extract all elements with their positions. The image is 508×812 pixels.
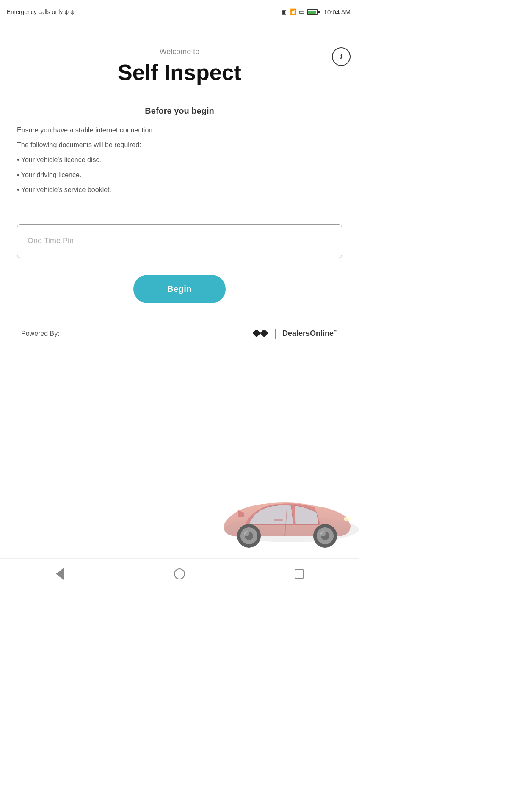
before-begin-section: Before you begin Ensure you have a stabl… [17, 106, 342, 199]
vibrate-icon: ▣ [281, 8, 287, 15]
before-begin-content: Ensure you have a stable internet connec… [17, 124, 342, 195]
svg-point-11 [344, 516, 351, 521]
begin-button[interactable]: Begin [133, 275, 226, 303]
main-content: i Welcome to Self Inspect Before you beg… [0, 22, 359, 339]
sim-icon: ▭ [299, 8, 304, 15]
otp-section [17, 224, 342, 258]
dealers-online-text: DealersOnline™ [282, 329, 338, 338]
bottom-nav [0, 558, 359, 589]
bullet-service-booklet: • Your vehicle's service booklet. [17, 184, 342, 195]
info-button[interactable]: i [332, 47, 351, 66]
diamond-logo-icon [253, 330, 268, 337]
recent-square-icon [295, 569, 304, 579]
bullet-licence-disc: • Your vehicle's licence disc. [17, 154, 342, 165]
app-title: Self Inspect [118, 60, 241, 85]
svg-point-9 [244, 531, 249, 536]
svg-rect-13 [274, 519, 283, 521]
begin-button-container: Begin [17, 275, 342, 303]
car-illustration [147, 470, 359, 555]
back-arrow-icon [56, 568, 64, 580]
nav-recent-button[interactable] [287, 561, 312, 587]
before-begin-title: Before you begin [17, 106, 342, 116]
documents-intro: The following documents will be required… [17, 139, 342, 151]
powered-by-label: Powered By: [21, 330, 60, 337]
otp-input[interactable] [17, 224, 342, 258]
nav-back-button[interactable] [47, 561, 72, 587]
svg-rect-0 [253, 330, 261, 337]
status-left-text: Emergency calls only ψ ψ [7, 8, 75, 15]
wifi-icon: 📶 [289, 8, 296, 15]
powered-by-section: Powered By: DealersOnline™ [17, 329, 342, 339]
nav-home-button[interactable] [167, 561, 192, 587]
home-circle-icon [174, 568, 185, 579]
logo-divider [275, 329, 276, 339]
time-display: 10:04 AM [324, 8, 351, 16]
info-icon: i [340, 52, 342, 61]
bullet-driving-licence: • Your driving licence. [17, 169, 342, 181]
dealers-online-logo: DealersOnline™ [253, 329, 338, 339]
svg-rect-1 [260, 330, 268, 337]
battery-icon [307, 9, 320, 15]
welcome-text: Welcome to [160, 47, 200, 56]
status-right-icons: ▣ 📶 ▭ 10:04 AM [281, 8, 351, 16]
status-bar: Emergency calls only ψ ψ ▣ 📶 ▭ 10:04 AM [0, 0, 359, 22]
internet-line: Ensure you have a stable internet connec… [17, 124, 342, 136]
svg-point-10 [320, 531, 326, 536]
